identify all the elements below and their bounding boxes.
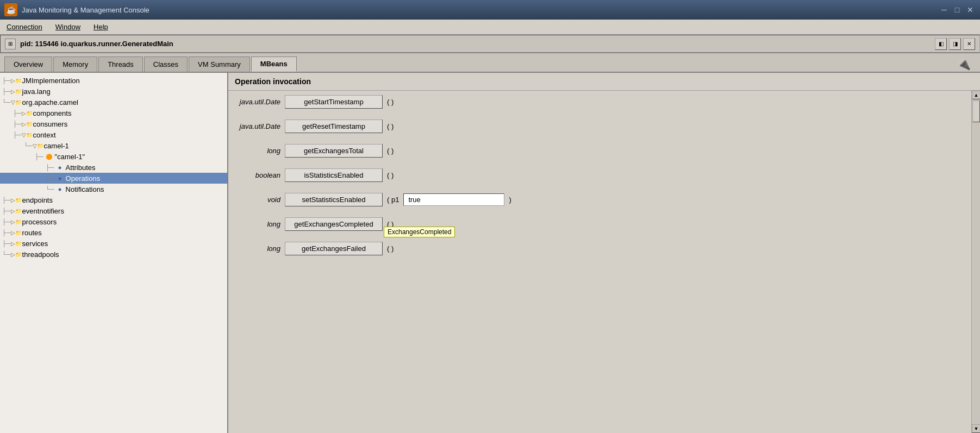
minimize-button[interactable]: ─	[939, 4, 950, 15]
menu-connection[interactable]: Connection	[4, 22, 45, 32]
sidebar-item-components[interactable]: ├─ ▷📁 components	[0, 108, 227, 118]
tile-right-button[interactable]: ◨	[949, 38, 961, 50]
scroll-up-button[interactable]: ▲	[972, 91, 980, 99]
return-type-getResetTimestamp: java.util.Date	[237, 122, 280, 130]
connector-icon: ├─	[2, 218, 11, 225]
sidebar-item-jmimplementation[interactable]: ├─ ▷📁 JMImplementation	[0, 75, 227, 86]
connector-icon: └─	[24, 142, 33, 149]
connection-bar-buttons: ◧ ◨ ✕	[935, 38, 975, 50]
java-plugin-icon: 🔌	[956, 57, 971, 72]
sidebar-item-endpoints[interactable]: ├─ ▷📁 endpoints	[0, 194, 227, 205]
connector-icon: ├─	[13, 131, 22, 138]
sidebar-item-notifications[interactable]: └─ ◆ Notifications	[0, 184, 227, 194]
op-parens-2: ( )	[387, 147, 394, 155]
sidebar-item-eventnotifiers[interactable]: ├─ ▷📁 eventnotifiers	[0, 205, 227, 216]
connector-icon: ├─	[2, 77, 11, 84]
sidebar-item-camel-1-folder[interactable]: └─ ▽📁 camel-1	[0, 140, 227, 151]
sidebar-item-org-apache-camel[interactable]: └─ ▽📁 org.apache.camel	[0, 97, 227, 108]
op-button-getStartTimestamp[interactable]: getStartTimestamp	[285, 95, 383, 109]
panel-header: Operation invocation	[228, 73, 980, 91]
app-icon: ☕	[4, 3, 17, 16]
op-parens-6: ( )	[387, 244, 394, 253]
op-param-p1[interactable]	[403, 193, 504, 206]
op-button-getExchangesCompleted[interactable]: getExchangesCompleted	[285, 217, 383, 231]
return-type-getExchangesTotal: long	[237, 147, 280, 155]
op-button-getExchangesTotal[interactable]: getExchangesTotal	[285, 144, 383, 158]
connector-icon: └─	[46, 186, 54, 192]
right-panel: Operation invocation java.util.Date getS…	[228, 73, 980, 433]
folder-icon: ▷📁	[23, 120, 32, 128]
op-row-getExchangesTotal: long getExchangesTotal ( )	[237, 144, 963, 158]
op-button-getResetTimestamp[interactable]: getResetTimestamp	[285, 120, 383, 133]
tab-overview[interactable]: Overview	[4, 57, 52, 72]
op-button-setStatisticsEnabled[interactable]: setStatisticsEnabled	[285, 193, 383, 206]
tab-classes[interactable]: Classes	[144, 57, 188, 72]
return-type-getExchangesFailed: long	[237, 244, 280, 253]
close-connection-button[interactable]: ✕	[963, 38, 975, 50]
main-content: ├─ ▷📁 JMImplementation ├─ ▷📁 java.lang └…	[0, 73, 980, 433]
op-row-isStatisticsEnabled: boolean isStatisticsEnabled ( )	[237, 168, 963, 182]
folder-icon: ▷📁	[12, 206, 21, 215]
title-bar: ☕ Java Monitoring & Management Console ─…	[0, 0, 980, 20]
folder-icon: ▷📁	[12, 76, 21, 85]
tab-mbeans[interactable]: MBeans	[251, 57, 297, 72]
exchanges-completed-tooltip: ExchangesCompleted	[384, 227, 455, 237]
op-button-getExchangesFailed[interactable]: getExchangesFailed	[285, 242, 383, 255]
leaf-icon: ◆	[55, 163, 64, 172]
tile-left-button[interactable]: ◧	[935, 38, 947, 50]
connector-icon: ├─	[2, 240, 11, 247]
scroll-down-button[interactable]: ▼	[972, 424, 980, 433]
connector-icon: ├─	[2, 208, 11, 214]
sidebar-item-processors[interactable]: ├─ ▷📁 processors	[0, 216, 227, 227]
connection-bar-icon: ⊞	[5, 39, 16, 49]
op-parens-close-4: )	[509, 196, 511, 204]
op-button-isStatisticsEnabled[interactable]: isStatisticsEnabled	[285, 168, 383, 182]
folder-icon: ▷📁	[12, 217, 21, 226]
connection-bar: ⊞ pid: 115446 io.quarkus.runner.Generate…	[0, 35, 980, 53]
connection-label: pid: 115446 io.quarkus.runner.GeneratedM…	[20, 40, 173, 48]
menu-bar: Connection Window Help	[0, 20, 980, 35]
menu-window[interactable]: Window	[53, 22, 83, 32]
tab-vm-summary[interactable]: VM Summary	[189, 57, 250, 72]
folder-icon: ▷📁	[12, 196, 21, 204]
op-row-getExchangesCompleted: long getExchangesCompleted ( )	[237, 217, 963, 231]
op-row-getExchangesFailed: long getExchangesFailed ( ) ExchangesCom…	[237, 242, 963, 255]
return-type-setStatisticsEnabled: void	[237, 196, 280, 204]
tab-threads[interactable]: Threads	[98, 57, 143, 72]
op-parens-3: ( )	[387, 171, 394, 179]
connector-icon: ├─	[2, 229, 11, 236]
scroll-track	[972, 99, 980, 424]
connector-icon: └─	[2, 99, 11, 105]
folder-icon: ▽📁	[34, 141, 42, 150]
sidebar-item-camel-1-node[interactable]: ├─ 🟠 "camel-1"	[0, 151, 227, 162]
window-title: Java Monitoring & Management Console	[22, 6, 149, 14]
connector-icon: └─	[2, 251, 11, 258]
sidebar-item-threadpools[interactable]: └─ ▷📁 threadpools	[0, 249, 227, 260]
sidebar-item-java-lang[interactable]: ├─ ▷📁 java.lang	[0, 86, 227, 97]
window-controls: ─ □ ✕	[939, 4, 976, 15]
sidebar-item-attributes[interactable]: ├─ ◆ Attributes	[0, 162, 227, 173]
maximize-button[interactable]: □	[952, 4, 963, 15]
sidebar-item-consumers[interactable]: ├─ ▷📁 consumers	[0, 118, 227, 129]
leaf-icon: ◆	[55, 174, 64, 183]
scroll-thumb[interactable]	[972, 101, 980, 122]
connector-icon: ├─	[46, 164, 54, 171]
sidebar-item-services[interactable]: ├─ ▷📁 services	[0, 238, 227, 249]
op-row-getStartTimestamp: java.util.Date getStartTimestamp ( )	[237, 95, 963, 109]
sidebar-item-context[interactable]: ├─ ▽📁 context	[0, 129, 227, 140]
sidebar-item-routes[interactable]: ├─ ▷📁 routes	[0, 227, 227, 238]
return-type-getExchangesCompleted: long	[237, 220, 280, 228]
op-parens-0: ( )	[387, 98, 394, 106]
folder-icon: ▽📁	[23, 130, 32, 139]
vertical-scrollbar: ▲ ▼	[971, 91, 980, 433]
connector-icon: ├─	[2, 197, 11, 203]
menu-help[interactable]: Help	[91, 22, 110, 32]
folder-icon: ▽📁	[12, 98, 21, 106]
sidebar-item-operations[interactable]: ├─ ◆ Operations	[0, 173, 227, 184]
op-row-setStatisticsEnabled: void setStatisticsEnabled ( p1 )	[237, 193, 963, 206]
folder-icon: ▷📁	[12, 239, 21, 248]
op-row-getResetTimestamp: java.util.Date getResetTimestamp ( )	[237, 120, 963, 133]
tab-memory[interactable]: Memory	[53, 57, 97, 72]
close-button[interactable]: ✕	[965, 4, 976, 15]
operations-content: java.util.Date getStartTimestamp ( ) jav…	[228, 91, 971, 433]
